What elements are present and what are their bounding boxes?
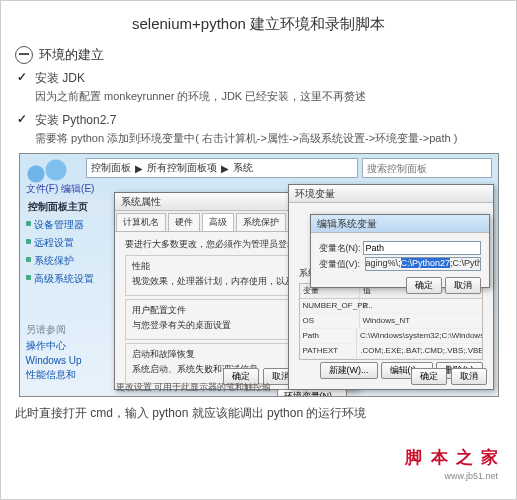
section-header: 环境的建立 xyxy=(15,46,502,64)
var-value-input[interactable]: aging%\;C:\Python27;C:\Python27\Lib xyxy=(365,257,481,271)
dialog-edit-sys-var: 编辑系统变量 变量名(N): 变量值(V): aging%\;C:\Python… xyxy=(310,214,490,288)
jdk-desc: 因为之前配置 monkeyrunner 的环境，JDK 已经安装，这里不再赘述 xyxy=(35,88,502,106)
python-title: 安装 Python2.7 xyxy=(35,112,502,129)
sidebar-link[interactable]: 性能信息和 xyxy=(24,367,110,383)
sidebar-header: 控制面板主页 xyxy=(24,198,110,216)
check-icon: ✓ xyxy=(17,70,31,106)
page-title: selenium+python 建立环境和录制脚本 xyxy=(15,15,502,34)
cancel-button[interactable]: 取消 xyxy=(451,368,487,385)
dialog-title: 编辑系统变量 xyxy=(311,215,489,233)
crumb-a[interactable]: 控制面板 xyxy=(91,161,131,175)
new-button[interactable]: 新建(W)... xyxy=(320,362,378,379)
ok-button[interactable]: 确定 xyxy=(406,277,442,294)
var-value-label: 变量值(V): xyxy=(319,258,365,271)
tab[interactable]: 计算机名 xyxy=(116,213,166,231)
table-row: NUMBER_OF_PR..2 xyxy=(300,299,482,314)
jdk-title: 安装 JDK xyxy=(35,70,502,87)
var-name-input[interactable] xyxy=(363,241,481,255)
sidebar: 控制面板主页 设备管理器 远程设置 系统保护 高级系统设置 另请参阅 操作中心 … xyxy=(24,198,110,383)
sidebar-link[interactable]: 远程设置 xyxy=(24,234,110,252)
bullet-icon xyxy=(15,46,33,64)
item-jdk: ✓ 安装 JDK 因为之前配置 monkeyrunner 的环境，JDK 已经安… xyxy=(17,70,502,106)
cancel-button[interactable]: 取消 xyxy=(445,277,481,294)
bottom-note: 此时直接打开 cmd，输入 python 就应该能调出 python 的运行环境 xyxy=(15,405,502,422)
tab[interactable]: 硬件 xyxy=(168,213,200,231)
watermark: 脚 本 之 家 xyxy=(405,446,500,469)
sidebar-see-also: 另请参阅 xyxy=(24,322,110,338)
sidebar-link[interactable]: 高级系统设置 xyxy=(24,270,110,288)
table-row: OSWindows_NT xyxy=(300,314,482,329)
item-python: ✓ 安装 Python2.7 需要将 python 添加到环境变量中( 右击计算… xyxy=(17,112,502,148)
dialog-title: 环境变量 xyxy=(289,185,493,203)
sidebar-link[interactable]: 设备管理器 xyxy=(24,216,110,234)
ok-button[interactable]: 确定 xyxy=(411,368,447,385)
var-name-label: 变量名(N): xyxy=(319,242,363,255)
check-icon: ✓ xyxy=(17,112,31,148)
breadcrumb[interactable]: 控制面板▶ 所有控制面板项▶ 系统 xyxy=(86,158,358,178)
tab[interactable]: 系统保护 xyxy=(236,213,286,231)
python-desc: 需要将 python 添加到环境变量中( 右击计算机->属性->高级系统设置->… xyxy=(35,130,502,148)
section-title: 环境的建立 xyxy=(39,46,104,64)
table-row: PATHEXT.COM;.EXE;.BAT;.CMD;.VBS;.VBE xyxy=(300,344,482,359)
sidebar-link[interactable]: 操作中心 xyxy=(24,338,110,354)
screenshot: 控制面板▶ 所有控制面板项▶ 系统 文件(F) 编辑(E) 控制面板主页 设备管… xyxy=(19,153,499,397)
watermark-url: www.jb51.net xyxy=(444,471,498,481)
sidebar-link[interactable]: Windows Up xyxy=(24,354,110,367)
shot-footer: 更改设置 可用于此显示器的笔和触控输 xyxy=(116,381,272,394)
table-row: PathC:\Windows\system32;C:\Windows xyxy=(300,329,482,344)
crumb-b[interactable]: 所有控制面板项 xyxy=(147,161,217,175)
crumb-c[interactable]: 系统 xyxy=(233,161,253,175)
menubar[interactable]: 文件(F) 编辑(E) xyxy=(26,182,95,196)
search-input[interactable] xyxy=(362,158,492,178)
sidebar-link[interactable]: 系统保护 xyxy=(24,252,110,270)
tab-active[interactable]: 高级 xyxy=(202,213,234,231)
